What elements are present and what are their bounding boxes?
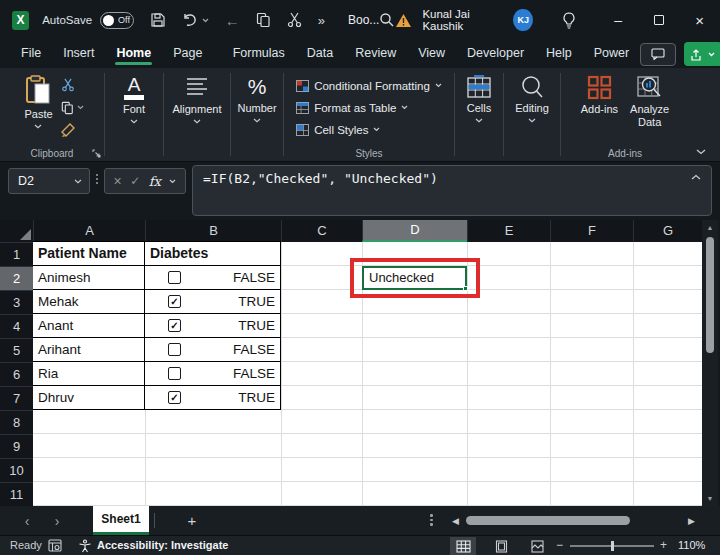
add-ins-button[interactable]: Add-ins [575,73,624,145]
cell-styles-button[interactable]: Cell Styles [296,119,442,140]
tab-page-layout[interactable]: Page Layout [162,40,222,68]
tab-help[interactable]: Help [535,40,583,68]
search-icon[interactable] [379,12,395,28]
cell-a4[interactable]: Anant [33,314,145,338]
cell-b1[interactable]: Diabetes [145,242,281,266]
font-button[interactable]: A Font [117,73,151,145]
zoom-slider-handle[interactable] [611,541,614,551]
collapse-ribbon-icon[interactable] [696,149,706,155]
tab-power-pivot[interactable]: Power Pivot [583,40,640,68]
vertical-scrollbar-thumb[interactable] [706,237,714,353]
zoom-in-button[interactable]: + [660,536,667,555]
alignment-button[interactable]: Alignment [167,73,228,145]
next-sheet-icon[interactable]: › [46,506,68,535]
enter-icon[interactable]: ✓ [130,174,140,188]
checkbox[interactable] [168,343,181,356]
cell-a3[interactable]: Mehak [33,290,145,314]
maximize-button[interactable] [638,0,679,40]
conditional-formatting-button[interactable]: Conditional Formatting [296,75,442,96]
format-as-table-button[interactable]: Format as Table [296,97,442,118]
cut-icon[interactable] [287,12,302,28]
editing-button[interactable]: Editing [509,73,555,145]
cell-a5[interactable]: Arihant [33,338,145,362]
tab-view[interactable]: View [407,40,456,68]
row-header-11[interactable]: 11 [0,482,33,506]
checkbox[interactable] [168,271,181,284]
horizontal-scrollbar-thumb[interactable] [466,516,630,525]
lightbulb-icon[interactable] [549,0,590,40]
name-box-resizer[interactable] [96,174,98,184]
row-header-3[interactable]: 3 [0,290,33,314]
undo-icon[interactable] [182,13,209,28]
tab-data[interactable]: Data [296,40,344,68]
scroll-down-icon[interactable]: ▼ [702,495,718,502]
excel-logo-icon[interactable]: X [12,11,29,30]
row-header-5[interactable]: 5 [0,338,33,362]
name-box[interactable]: D2 [8,168,90,194]
scrollbar-splitter[interactable] [430,514,433,526]
save-icon[interactable] [150,12,166,28]
share-button[interactable] [684,42,720,66]
row-header-2[interactable]: 2 [0,266,33,290]
format-painter-button[interactable] [61,121,84,139]
accessibility-icon[interactable] [78,539,92,553]
cell-b5[interactable]: FALSE [145,338,281,362]
row-header-6[interactable]: 6 [0,362,33,386]
collapse-formula-bar-icon[interactable] [691,174,701,180]
cell-b2[interactable]: FALSE [145,266,281,290]
row-header-8[interactable]: 8 [0,410,33,434]
column-header-a[interactable]: A [33,220,145,242]
macro-record-icon[interactable] [48,539,62,552]
paste-button[interactable]: Paste [18,73,58,145]
tab-developer[interactable]: Developer [456,40,535,68]
cell-a1[interactable]: Patient Name [33,242,145,266]
comments-button[interactable] [640,43,676,66]
tab-home[interactable]: Home [105,40,162,68]
previous-sheet-icon[interactable]: ‹ [16,506,38,535]
cell-b6[interactable]: FALSE [145,362,281,386]
select-all-button[interactable] [0,220,33,242]
column-header-c[interactable]: C [281,220,362,242]
tab-insert[interactable]: Insert [52,40,105,68]
cell-a6[interactable]: Ria [33,362,145,386]
normal-view-button[interactable] [450,537,476,555]
cut-button[interactable] [61,76,84,94]
copy-button[interactable] [61,99,84,117]
close-button[interactable]: × [679,0,720,40]
column-header-g[interactable]: G [633,220,702,242]
cell-a2[interactable]: Animesh [33,266,145,290]
column-header-e[interactable]: E [467,220,550,242]
tab-file[interactable]: File [10,40,52,68]
checkbox[interactable] [168,319,181,332]
page-layout-view-button[interactable] [488,537,514,555]
sheet-tab-sheet1[interactable]: Sheet1 [93,506,149,535]
autosave-toggle[interactable]: Off [100,12,134,29]
redo-icon[interactable]: ← [225,12,240,29]
cells-button[interactable]: Cells [460,73,498,145]
row-header-10[interactable]: 10 [0,458,33,482]
page-break-view-button[interactable] [524,537,550,555]
row-header-1[interactable]: 1 [0,242,33,266]
zoom-out-button[interactable]: − [556,536,563,555]
column-header-f[interactable]: F [550,220,633,242]
user-avatar[interactable]: KJ [513,9,533,31]
copy-icon[interactable] [256,12,271,28]
minimize-button[interactable]: – [598,0,639,40]
row-header-4[interactable]: 4 [0,314,33,338]
column-header-b[interactable]: B [145,220,281,242]
cell-b4[interactable]: TRUE [145,314,281,338]
accessibility-status[interactable]: Accessibility: Investigate [97,536,228,555]
checkbox[interactable] [168,295,181,308]
warning-icon[interactable] [395,13,412,28]
cancel-icon[interactable]: × [114,173,122,189]
vertical-scrollbar[interactable]: ▲ ▼ [702,220,718,506]
scroll-up-icon[interactable]: ▲ [702,224,718,231]
cell-a7[interactable]: Dhruv [33,386,145,410]
qat-overflow-icon[interactable]: » [318,13,326,28]
cell-b3[interactable]: TRUE [145,290,281,314]
tab-formulas[interactable]: Formulas [222,40,296,68]
tab-review[interactable]: Review [344,40,407,68]
cell-b7[interactable]: TRUE [145,386,281,410]
insert-function-button[interactable]: fx [149,174,161,189]
scroll-right-icon[interactable]: ▶ [688,506,695,535]
